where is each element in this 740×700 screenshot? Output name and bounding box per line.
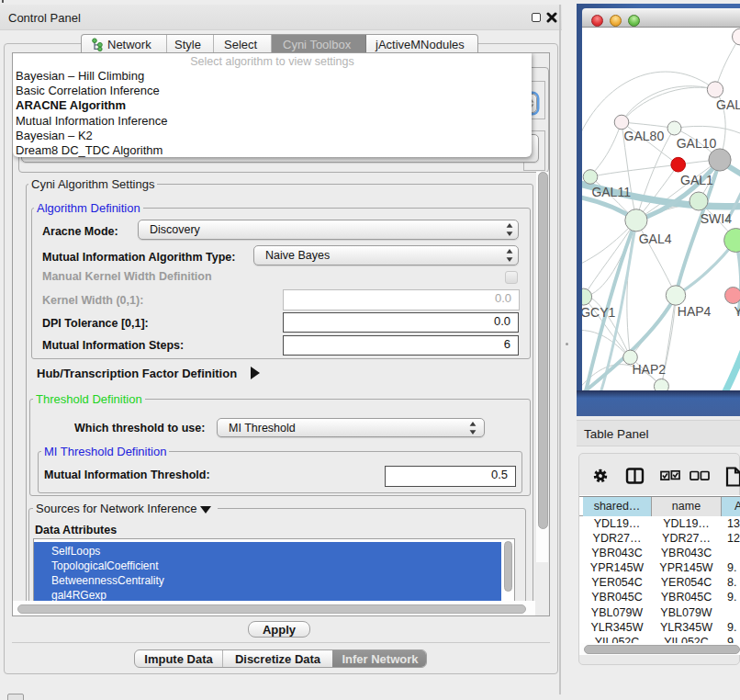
svg-text:GAL80: GAL80 bbox=[624, 129, 665, 143]
svg-text:GAL11: GAL11 bbox=[591, 185, 631, 199]
svg-text:GAL4: GAL4 bbox=[639, 231, 672, 246]
svg-text:GAL80: GAL80 bbox=[716, 97, 740, 112]
svg-text:HAP2: HAP2 bbox=[633, 362, 667, 377]
svg-text:GAL10: GAL10 bbox=[677, 136, 717, 151]
svg-text:HAP4: HAP4 bbox=[678, 304, 712, 319]
svg-text:Y: Y bbox=[734, 304, 740, 319]
svg-text:GCY1: GCY1 bbox=[582, 305, 616, 320]
svg-text:SWI4: SWI4 bbox=[701, 211, 732, 226]
svg-text:GAL1: GAL1 bbox=[680, 173, 713, 187]
